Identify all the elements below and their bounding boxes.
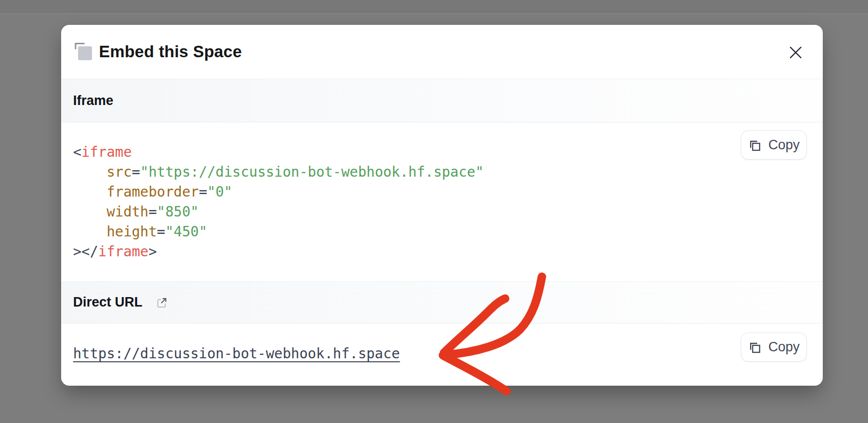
direct-url-link[interactable]: https://discussion-bot-webhook.hf.space: [73, 345, 400, 362]
direct-url-section-header: Direct URL: [61, 281, 823, 323]
embed-copy-icon-svg: [73, 41, 93, 62]
direct-url-section: https://discussion-bot-webhook.hf.space …: [61, 323, 823, 384]
iframe-embed-code: <iframe src="https://discussion-bot-webh…: [61, 122, 823, 262]
close-icon: [789, 46, 802, 59]
external-link-icon[interactable]: [156, 297, 168, 309]
copy-url-label: Copy: [768, 339, 799, 355]
copy-icon: [748, 138, 762, 152]
copy-iframe-button[interactable]: Copy: [741, 130, 807, 160]
code-line: ></iframe>: [73, 242, 823, 262]
embed-copy-icon: [73, 41, 93, 62]
copy-icon: [748, 340, 762, 354]
code-line: src="https://discussion-bot-webhook.hf.s…: [73, 162, 823, 182]
embed-space-modal: Embed this Space Iframe <iframe src="htt…: [61, 25, 823, 386]
code-line: height="450": [73, 222, 823, 242]
copy-iframe-label: Copy: [768, 137, 799, 153]
iframe-code-section: <iframe src="https://discussion-bot-webh…: [61, 122, 823, 281]
code-line: <iframe: [73, 142, 823, 162]
direct-url-section-label: Direct URL: [73, 295, 143, 310]
code-line: frameborder="0": [73, 182, 823, 202]
iframe-section-label: Iframe: [73, 93, 113, 108]
close-button[interactable]: [785, 42, 806, 63]
modal-header: Embed this Space: [61, 25, 823, 79]
background-top-edge: [0, 0, 868, 14]
external-link-icon-svg: [156, 297, 168, 309]
code-line: width="850": [73, 202, 823, 222]
copy-url-button[interactable]: Copy: [741, 332, 807, 362]
modal-title: Embed this Space: [99, 42, 242, 61]
iframe-section-header: Iframe: [61, 79, 823, 122]
